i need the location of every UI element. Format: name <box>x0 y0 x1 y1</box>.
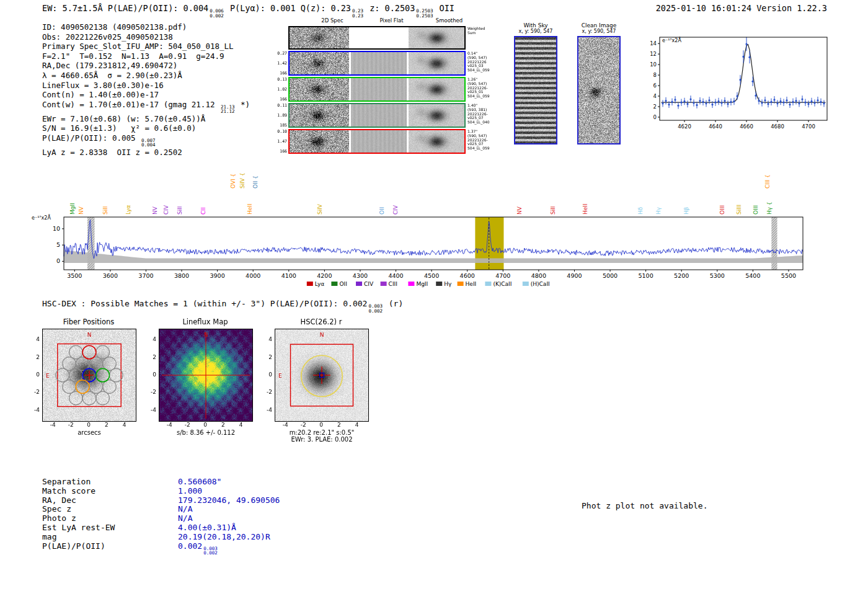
svg-text:4700: 4700 <box>495 272 510 279</box>
info-line: S/N = 16.9(±1.3) χ² = 0.6(±0.0) <box>42 123 250 133</box>
spec2d-row-measures: 0.271.42166 <box>275 51 288 76</box>
spec2d-column-titles: 2D Spec Pixel Flat Smoothed <box>288 17 498 24</box>
with-sky-image <box>515 37 556 143</box>
emission-line-label: Hγ <box>655 207 662 215</box>
fiber-positions-box: NE <box>42 329 136 422</box>
info-line: Obs: 20221226v025_4090502138 <box>42 32 250 42</box>
spec2d-rows: WeightedSum0.271.421660.14"(590, 547)202… <box>275 26 498 154</box>
spec2d-row-measures: 0.131.02166 <box>275 77 288 102</box>
line-fit-plot: 4620464046604680470002468101214e⁻¹⁷x2Å <box>637 27 833 141</box>
emission-line-label: Hγ { <box>766 202 773 215</box>
svg-text:4200: 4200 <box>317 272 332 279</box>
y-tick-label: 4 <box>261 336 272 342</box>
y-tick-label: 4 <box>145 336 156 342</box>
with-sky-frame <box>514 36 557 144</box>
info-text: F=2.1" T=0.152 N=1.13 A=0.91 g=24.9 <box>42 51 224 61</box>
spec2d-measure: 185 <box>275 123 287 128</box>
svg-text:3500: 3500 <box>67 272 82 279</box>
spec2d-row-measures <box>275 26 288 50</box>
fiber-circle <box>96 391 110 405</box>
y-tick-label: 2 <box>145 354 156 360</box>
legend-label: Hγ <box>444 281 452 287</box>
spec2d-strip-2dspec <box>290 104 349 127</box>
match-table-value: 20.19(20.18,20.20)R <box>178 532 270 541</box>
match-table-label: Spec z <box>42 505 178 514</box>
svg-text:4660: 4660 <box>740 123 753 130</box>
info-text: λ = 4660.65Å σ = 2.90(±0.23)Å <box>42 71 182 80</box>
match-table-value: N/A <box>178 504 192 513</box>
summary-uncertainty: 0.25030.2503 <box>416 9 433 18</box>
timestamp-version: 2025-01-10 16:01:24 Version 1.22.3 <box>656 3 827 13</box>
info-line: ID: 4090502138 (4090502138.pdf) <box>42 22 250 32</box>
spec2d-annotation-line: 504_LL_059 <box>467 68 497 73</box>
match-table-row: Match score1.000 <box>42 487 280 496</box>
spec2d-measure: 1.42 <box>275 61 287 66</box>
summary-text: EW: 5.7±1.5Å P(LAE)/P(OII): 0.004 <box>42 3 208 13</box>
spec2d-annotation-line: 504_LL_059 <box>467 94 497 99</box>
elixer-report-page: EW: 5.7±1.5Å P(LAE)/P(OII): 0.0040.0060.… <box>0 0 868 591</box>
match-table-uncertainty: 0.0030.002 <box>203 546 218 556</box>
emission-line-label: SiII <box>102 206 108 215</box>
svg-text:4900: 4900 <box>567 272 582 279</box>
info-lower: 21.12 <box>221 109 235 114</box>
spec2d-strip-pixelflat <box>351 27 407 48</box>
info-line: RA,Dec (179.231812,49.690472) <box>42 61 250 71</box>
match-table-row: RA, Dec179.232046, 49.690506 <box>42 496 280 505</box>
match-table-label: Match score <box>42 487 178 496</box>
svg-text:10: 10 <box>650 61 657 68</box>
hsc-cutout-title: HSC(26.2) r <box>275 318 368 326</box>
spec2d-measure: 0.10 <box>275 130 287 134</box>
x-tick-label: -2 <box>66 422 76 428</box>
svg-text:6: 6 <box>653 82 657 89</box>
info-line: P(LAE)/P(OII): 0.005 0.0070.004 <box>42 133 250 148</box>
emission-line-label: HeII <box>247 203 253 215</box>
y-tick-label: 2 <box>29 354 40 360</box>
svg-text:14: 14 <box>650 40 657 47</box>
y-tick-label: -2 <box>145 389 156 395</box>
spec2d-row-annotation: 1.40"(593, 381)20221226-v025_07504_LL_04… <box>466 103 497 128</box>
match-table-label: Photo z <box>42 514 178 523</box>
match-table-label: RA, Dec <box>42 496 178 505</box>
spec2d-row: 0.111.891851.40"(593, 381)20221226-v025_… <box>275 103 498 128</box>
info-text: Primary Spec_Slot_IFU_AMP: 504_050_018_L… <box>42 42 234 51</box>
emission-line-label: NV <box>516 206 523 215</box>
spec2d-row: 0.271.421660.14"(590, 547)20221226v025_0… <box>275 51 498 76</box>
spec2d-row-measures: 0.101.47166 <box>275 129 288 154</box>
match-table-row: Photo zN/A <box>42 514 280 523</box>
svg-text:4800: 4800 <box>531 272 546 279</box>
info-text: *) <box>236 100 250 109</box>
full-spectrum-plot: 3500360037003800390040004100420043004400… <box>28 166 846 302</box>
svg-text:5300: 5300 <box>710 272 725 279</box>
detection-info-block: ID: 4090502138 (4090502138.pdf)Obs: 2022… <box>42 22 250 158</box>
match-table-value: 179.232046, 49.690506 <box>178 495 280 505</box>
summary-text: z: 0.2503 <box>365 3 415 13</box>
legend-swatch <box>307 282 313 286</box>
summary-text: P(Lyα): 0.001 Q(z): 0.23 <box>225 3 351 13</box>
spec2d-row-strips <box>288 129 466 154</box>
hsc-match-text: (r) <box>384 299 403 308</box>
fiber-positions-panel: Fiber Positions NE arcsecs -4-4-2-200224… <box>27 316 151 451</box>
summary-uncertainty: 0.230.23 <box>352 9 363 18</box>
lineflux-map-panel: Lineflux Map N s/b: 8.36 +/- 0.112 -4-4-… <box>144 316 268 451</box>
spec2d-row-annotation: 1.37"(590, 547)20221226-v025_07504_LL_05… <box>466 129 497 154</box>
match-table-value: 0.560608" <box>178 477 221 486</box>
svg-text:5: 5 <box>56 241 60 248</box>
legend-swatch <box>523 282 529 286</box>
svg-text:4640: 4640 <box>709 123 722 130</box>
spec2d-measure: 166 <box>275 71 287 76</box>
spec2d-strip-smoothed <box>409 104 464 127</box>
x-tick-label: -4 <box>280 422 290 428</box>
svg-text:5200: 5200 <box>674 272 689 279</box>
svg-text:5100: 5100 <box>639 272 653 279</box>
x-tick-label: 4 <box>120 422 130 428</box>
legend-swatch <box>331 282 337 286</box>
info-line: λ = 4660.65Å σ = 2.90(±0.23)Å <box>42 71 250 81</box>
match-table-value: 4.00(±0.31)Å <box>178 523 236 532</box>
svg-text:10: 10 <box>53 225 60 232</box>
spec2d-measure: 166 <box>275 97 287 102</box>
spec2d-strip-pixelflat <box>351 104 407 127</box>
y-tick-label: -2 <box>261 389 272 395</box>
info-text: EWr = 7.10(±0.68) (w: 5.70(±0.45))Å <box>42 114 205 123</box>
east-label: E <box>46 373 50 379</box>
lineflux-map-box: N <box>159 329 253 422</box>
